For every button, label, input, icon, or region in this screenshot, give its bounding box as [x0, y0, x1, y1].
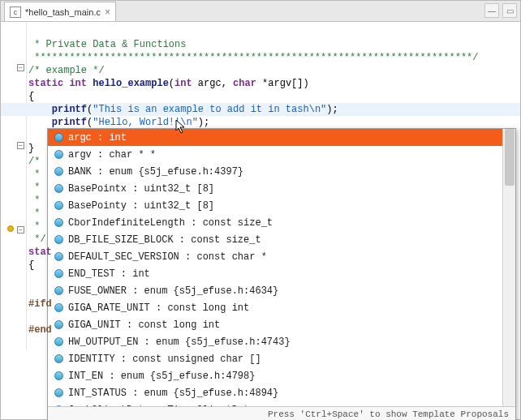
gutter: − − −	[1, 22, 27, 349]
variable-icon	[54, 320, 63, 329]
tab-bar: c *hello_tash_main.c × — ▭	[1, 1, 520, 22]
variable-icon	[54, 388, 63, 397]
preprocessor: #ifd	[28, 298, 52, 310]
suggestion-item[interactable]: argc : int	[48, 129, 515, 146]
popup-scrollbar[interactable]	[502, 129, 515, 406]
function-name: hello_example	[93, 78, 169, 89]
preprocessor: #end	[28, 324, 52, 336]
string: "This is an example to add it in tash\n"	[93, 104, 326, 115]
suggestion-label: DEFAULT_SEC_VERSION : const char *	[68, 251, 267, 264]
variable-icon	[54, 218, 63, 227]
suggestion-label: HW_OUTPUT_EN : enum {s5j_efuse.h:4743}	[68, 336, 291, 349]
suggestion-label: BasePointx : uint32_t [8]	[68, 182, 214, 195]
keyword: char	[233, 78, 256, 89]
variable-icon	[54, 286, 63, 295]
suggestion-item[interactable]: BANK : enum {s5j_efuse.h:4397}	[48, 163, 515, 180]
suggestion-label: argc : int	[68, 131, 127, 144]
suggestion-label: JunkClientData : TimerClientData	[68, 404, 255, 407]
variable-icon	[54, 303, 63, 312]
suggestion-label: INT_STATUS : enum {s5j_efuse.h:4894}	[68, 387, 278, 400]
toolbar-buttons: — ▭	[484, 3, 517, 18]
variable-icon	[54, 133, 63, 142]
suggestion-label: FUSE_OWNER : enum {s5j_efuse.h:4634}	[68, 285, 278, 298]
suggestion-label: BANK : enum {s5j_efuse.h:4397}	[68, 165, 243, 178]
suggestion-label: IDENTITY : const unsigned char []	[68, 353, 261, 366]
suggestion-label: GIGA_RATE_UNIT : const long int	[68, 302, 249, 315]
suggestion-item[interactable]: BasePointx : uint32_t [8]	[48, 180, 515, 197]
suggestion-label: GIGA_UNIT : const long int	[68, 319, 220, 332]
fold-toggle[interactable]: −	[17, 226, 24, 234]
comment: ****************************************…	[28, 52, 479, 63]
fold-toggle[interactable]: −	[17, 142, 24, 149]
minimize-button[interactable]: —	[484, 3, 499, 18]
comment: /* example */	[28, 65, 105, 76]
function-call: printf	[52, 117, 87, 128]
suggestion-item[interactable]: END_TEST : int	[48, 265, 515, 282]
variable-icon	[54, 252, 63, 261]
tab-filename: *hello_tash_main.c	[25, 7, 101, 17]
suggestion-item[interactable]: BasePointy : uint32_t [8]	[48, 197, 515, 214]
keyword: int	[174, 78, 192, 89]
suggestion-item[interactable]: JunkClientData : TimerClientData	[48, 401, 515, 406]
variable-icon	[54, 167, 63, 176]
variable-icon	[54, 337, 63, 346]
suggestion-item[interactable]: IDENTITY : const unsigned char []	[48, 350, 515, 367]
suggestion-item[interactable]: argv : char * *	[48, 146, 515, 163]
scrollbar-thumb[interactable]	[505, 129, 515, 186]
variable-icon	[54, 201, 63, 210]
suggestion-label: INT_EN : enum {s5j_efuse.h:4798}	[68, 370, 255, 383]
warning-marker[interactable]	[7, 225, 14, 232]
suggestion-list[interactable]: argc : int argv : char * * BANK : enum {…	[48, 129, 515, 406]
function-call: printf	[52, 104, 87, 115]
suggestion-label: END_TEST : int	[68, 268, 150, 281]
close-icon[interactable]: ×	[105, 6, 110, 18]
suggestion-label: CborIndefiniteLength : const size_t	[68, 216, 273, 229]
suggestion-item[interactable]: INT_EN : enum {s5j_efuse.h:4798}	[48, 367, 515, 384]
suggestion-item[interactable]: INT_STATUS : enum {s5j_efuse.h:4894}	[48, 384, 515, 401]
comment: * Private Data & Functions	[28, 39, 186, 50]
variable-icon	[54, 235, 63, 244]
variable-icon	[54, 269, 63, 278]
keyword: int	[69, 78, 87, 89]
variable-icon	[54, 184, 63, 193]
suggestion-item[interactable]: GIGA_UNIT : const long int	[48, 316, 515, 333]
c-file-icon: c	[10, 6, 21, 18]
variable-icon	[54, 405, 63, 406]
suggestion-item[interactable]: DEFAULT_SEC_VERSION : const char *	[48, 248, 515, 265]
restore-button[interactable]: ▭	[502, 3, 517, 18]
suggestion-item[interactable]: DB_FILE_SIZE_BLOCK : const size_t	[48, 231, 515, 248]
keyword: stat	[28, 246, 52, 258]
variable-icon	[54, 150, 63, 159]
suggestion-label: argv : char * *	[68, 148, 156, 161]
fold-toggle[interactable]: −	[17, 64, 24, 71]
suggestion-label: DB_FILE_SIZE_BLOCK : const size_t	[68, 234, 261, 246]
suggestion-label: BasePointy : uint32_t [8]	[68, 199, 214, 212]
popup-status: Press 'Ctrl+Space' to show Template Prop…	[48, 406, 515, 420]
keyword: static	[28, 78, 63, 89]
status-text: Press 'Ctrl+Space' to show Template Prop…	[268, 408, 509, 421]
comment: /*	[28, 156, 40, 167]
variable-icon	[54, 371, 63, 380]
suggestion-item[interactable]: FUSE_OWNER : enum {s5j_efuse.h:4634}	[48, 282, 515, 299]
code-editor[interactable]: − − − * Private Data & Functions *******…	[1, 22, 520, 349]
suggestion-item[interactable]: GIGA_RATE_UNIT : const long int	[48, 299, 515, 316]
variable-icon	[54, 354, 63, 363]
suggestion-item[interactable]: CborIndefiniteLength : const size_t	[48, 214, 515, 231]
string: "Hello, World!!\n"	[93, 117, 198, 128]
suggestion-item[interactable]: HW_OUTPUT_EN : enum {s5j_efuse.h:4743}	[48, 333, 515, 350]
autocomplete-popup: argc : int argv : char * * BANK : enum {…	[47, 128, 516, 420]
file-tab[interactable]: c *hello_tash_main.c ×	[4, 2, 116, 21]
editor-window: c *hello_tash_main.c × — ▭ − − − * Priva…	[0, 0, 521, 420]
